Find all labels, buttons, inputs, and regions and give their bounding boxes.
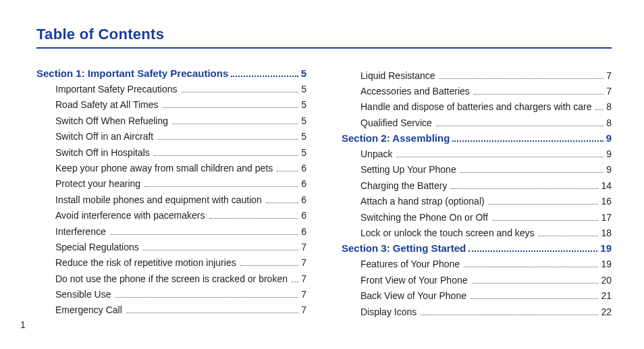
toc-leader-dots <box>110 234 298 235</box>
toc-leader-dots <box>240 265 299 266</box>
toc-section-heading[interactable]: Section 1: Important Safety Precautions5 <box>36 68 306 79</box>
toc-entry[interactable]: Attach a hand strap (optional)16 <box>360 195 612 208</box>
toc-entry[interactable]: Interference6 <box>55 225 306 238</box>
toc-entry-label: Protect your hearing <box>55 178 140 190</box>
toc-leader-dots <box>492 220 599 221</box>
toc-entry-page: 7 <box>301 241 306 254</box>
toc-entry-label: Switch Off in Hospitals <box>55 146 150 159</box>
toc-entry-page: 8 <box>606 117 612 130</box>
toc-entry[interactable]: Setting Up Your Phone9 <box>360 163 612 176</box>
toc-leader-dots <box>172 124 298 124</box>
title-underline <box>36 47 612 49</box>
toc-leader-dots <box>464 267 598 267</box>
toc-entry[interactable]: Handle and dispose of batteries and char… <box>360 101 612 113</box>
toc-section-label: Section 2: Assembling <box>342 132 450 144</box>
page-number: 1 <box>20 319 26 330</box>
toc-entry[interactable]: Sensible Use7 <box>55 288 306 301</box>
toc-entry-page: 20 <box>601 274 612 287</box>
toc-entry-page: 6 <box>301 209 306 222</box>
toc-entry[interactable]: Protect your hearing6 <box>55 178 306 190</box>
toc-leader-dots <box>231 76 298 77</box>
page-title: Table of Contents <box>36 26 612 43</box>
toc-entry[interactable]: Install mobile phones and equipment with… <box>55 194 306 207</box>
toc-entry-label: Switching the Phone On or Off <box>360 211 488 224</box>
toc-columns: Section 1: Important Safety Precautions5… <box>36 66 612 321</box>
toc-leader-dots <box>126 313 298 313</box>
toc-leader-dots <box>396 157 603 157</box>
toc-entry-page: 6 <box>301 225 306 238</box>
toc-leader-dots <box>115 297 299 298</box>
toc-leader-dots <box>539 236 599 236</box>
toc-entry[interactable]: Avoid interference with pacemakers6 <box>55 209 306 222</box>
toc-leader-dots <box>451 188 598 189</box>
toc-entry[interactable]: Special Regulations7 <box>55 241 306 254</box>
toc-entry[interactable]: Accessories and Batteries7 <box>360 85 612 98</box>
toc-entry-page: 5 <box>301 115 306 128</box>
toc-leader-dots <box>452 140 603 142</box>
toc-leader-dots <box>163 107 299 108</box>
toc-section-label: Section 1: Important Safety Precautions <box>36 68 228 79</box>
toc-entry[interactable]: Switch Off When Refueling5 <box>55 115 306 128</box>
toc-entry-label: Do not use the phone if the screen is cr… <box>55 273 288 286</box>
toc-entry-label: Emergency Call <box>55 304 122 317</box>
toc-entry-page: 9 <box>606 163 612 176</box>
toc-section-page: 5 <box>301 68 306 79</box>
toc-section-heading[interactable]: Section 3: Getting Started19 <box>342 242 612 254</box>
toc-entry[interactable]: Emergency Call7 <box>55 304 306 317</box>
toc-entry-label: Switch Off in an Aircraft <box>55 130 153 143</box>
toc-entry[interactable]: Switch Off in an Aircraft5 <box>55 130 306 143</box>
toc-leader-dots <box>144 186 298 187</box>
toc-section-heading[interactable]: Section 2: Assembling9 <box>342 132 612 144</box>
toc-entry-page: 5 <box>301 130 306 143</box>
toc-entry-page: 7 <box>301 257 306 269</box>
toc-entry[interactable]: Do not use the phone if the screen is cr… <box>55 273 306 286</box>
toc-entry[interactable]: Important Safety Precautions5 <box>55 83 306 96</box>
toc-entry[interactable]: Road Safety at All Times5 <box>55 99 306 111</box>
toc-entry-page: 17 <box>601 211 612 224</box>
toc-entry[interactable]: Features of Your Phone19 <box>360 258 612 271</box>
toc-entry-label: Front View of Your Phone <box>360 274 468 287</box>
toc-entry-page: 6 <box>301 194 306 207</box>
toc-entry[interactable]: Unpack9 <box>360 148 612 161</box>
toc-column-left: Section 1: Important Safety Precautions5… <box>36 66 306 321</box>
toc-entry-label: Liquid Resistance <box>360 70 435 82</box>
toc-entry[interactable]: Switch Off in Hospitals5 <box>55 146 306 159</box>
toc-entry-page: 19 <box>601 258 612 271</box>
toc-entry[interactable]: Liquid Resistance7 <box>360 70 612 82</box>
toc-entry-page: 22 <box>601 306 612 319</box>
toc-entry-label: Install mobile phones and equipment with… <box>55 194 262 207</box>
toc-entry[interactable]: Reduce the risk of repetitive motion inj… <box>55 257 306 269</box>
toc-entry[interactable]: Back View of Your Phone21 <box>360 290 612 302</box>
toc-entry-label: Display Icons <box>360 306 417 319</box>
toc-leader-dots <box>154 155 298 156</box>
toc-entry-label: Avoid interference with pacemakers <box>55 209 205 222</box>
toc-entry[interactable]: Lock or unlock the touch screen and keys… <box>360 227 612 240</box>
toc-entry[interactable]: Display Icons22 <box>360 306 612 319</box>
toc-leader-dots <box>489 204 599 205</box>
toc-entry[interactable]: Qualified Service8 <box>360 117 612 130</box>
toc-section-label: Section 3: Getting Started <box>342 242 466 254</box>
toc-entry[interactable]: Switching the Phone On or Off17 <box>360 211 612 224</box>
toc-entry[interactable]: Keep your phone away from small children… <box>55 162 306 175</box>
toc-section-page: 9 <box>606 132 612 144</box>
toc-entry-label: Important Safety Precautions <box>55 83 178 96</box>
toc-entry-page: 9 <box>606 148 612 161</box>
toc-leader-dots <box>460 172 604 173</box>
toc-entry[interactable]: Charging the Battery14 <box>360 180 612 192</box>
toc-entry-page: 8 <box>606 101 612 113</box>
toc-entry-label: Charging the Battery <box>360 180 447 192</box>
toc-leader-dots <box>209 218 299 219</box>
toc-entry-page: 7 <box>606 70 612 82</box>
toc-entry[interactable]: Front View of Your Phone20 <box>360 274 612 287</box>
toc-entry-label: Accessories and Batteries <box>360 85 470 98</box>
toc-entry-label: Lock or unlock the touch screen and keys <box>360 227 535 240</box>
toc-entry-label: Back View of Your Phone <box>360 290 466 302</box>
toc-leader-dots <box>472 283 599 284</box>
toc-entry-label: Attach a hand strap (optional) <box>360 195 485 208</box>
toc-entry-page: 7 <box>301 288 306 301</box>
toc-leader-dots <box>471 298 598 299</box>
toc-entry-page: 5 <box>301 99 306 111</box>
toc-entry-page: 14 <box>601 180 612 192</box>
toc-leader-dots <box>143 250 298 250</box>
toc-entry-page: 5 <box>301 83 306 96</box>
